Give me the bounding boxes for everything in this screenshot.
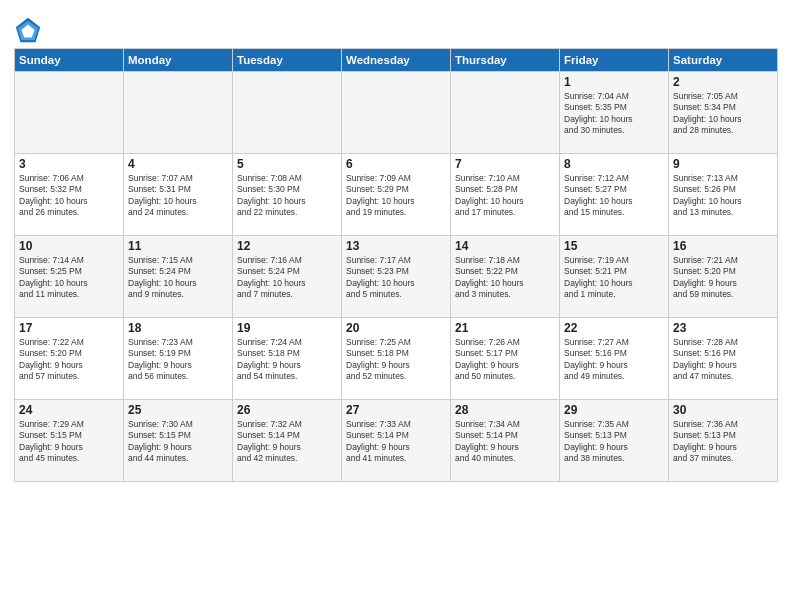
day-info: Sunrise: 7:36 AM Sunset: 5:13 PM Dayligh… xyxy=(673,419,773,465)
day-cell: 17Sunrise: 7:22 AM Sunset: 5:20 PM Dayli… xyxy=(15,318,124,400)
day-info: Sunrise: 7:18 AM Sunset: 5:22 PM Dayligh… xyxy=(455,255,555,301)
day-info: Sunrise: 7:05 AM Sunset: 5:34 PM Dayligh… xyxy=(673,91,773,137)
day-info: Sunrise: 7:32 AM Sunset: 5:14 PM Dayligh… xyxy=(237,419,337,465)
weekday-header-tuesday: Tuesday xyxy=(233,49,342,72)
day-cell xyxy=(451,72,560,154)
day-cell: 6Sunrise: 7:09 AM Sunset: 5:29 PM Daylig… xyxy=(342,154,451,236)
day-cell: 1Sunrise: 7:04 AM Sunset: 5:35 PM Daylig… xyxy=(560,72,669,154)
day-info: Sunrise: 7:09 AM Sunset: 5:29 PM Dayligh… xyxy=(346,173,446,219)
day-info: Sunrise: 7:10 AM Sunset: 5:28 PM Dayligh… xyxy=(455,173,555,219)
logo xyxy=(14,16,44,44)
week-row-4: 17Sunrise: 7:22 AM Sunset: 5:20 PM Dayli… xyxy=(15,318,778,400)
day-number: 20 xyxy=(346,321,446,335)
day-info: Sunrise: 7:23 AM Sunset: 5:19 PM Dayligh… xyxy=(128,337,228,383)
day-cell: 2Sunrise: 7:05 AM Sunset: 5:34 PM Daylig… xyxy=(669,72,778,154)
day-info: Sunrise: 7:17 AM Sunset: 5:23 PM Dayligh… xyxy=(346,255,446,301)
day-cell: 3Sunrise: 7:06 AM Sunset: 5:32 PM Daylig… xyxy=(15,154,124,236)
day-number: 18 xyxy=(128,321,228,335)
day-cell: 4Sunrise: 7:07 AM Sunset: 5:31 PM Daylig… xyxy=(124,154,233,236)
day-number: 21 xyxy=(455,321,555,335)
day-cell: 20Sunrise: 7:25 AM Sunset: 5:18 PM Dayli… xyxy=(342,318,451,400)
day-cell: 24Sunrise: 7:29 AM Sunset: 5:15 PM Dayli… xyxy=(15,400,124,482)
weekday-header-monday: Monday xyxy=(124,49,233,72)
day-number: 19 xyxy=(237,321,337,335)
day-info: Sunrise: 7:14 AM Sunset: 5:25 PM Dayligh… xyxy=(19,255,119,301)
day-number: 13 xyxy=(346,239,446,253)
day-cell: 23Sunrise: 7:28 AM Sunset: 5:16 PM Dayli… xyxy=(669,318,778,400)
day-number: 12 xyxy=(237,239,337,253)
day-info: Sunrise: 7:30 AM Sunset: 5:15 PM Dayligh… xyxy=(128,419,228,465)
day-number: 15 xyxy=(564,239,664,253)
day-cell: 28Sunrise: 7:34 AM Sunset: 5:14 PM Dayli… xyxy=(451,400,560,482)
day-number: 11 xyxy=(128,239,228,253)
weekday-header-friday: Friday xyxy=(560,49,669,72)
day-cell: 5Sunrise: 7:08 AM Sunset: 5:30 PM Daylig… xyxy=(233,154,342,236)
day-info: Sunrise: 7:21 AM Sunset: 5:20 PM Dayligh… xyxy=(673,255,773,301)
day-number: 17 xyxy=(19,321,119,335)
day-cell: 12Sunrise: 7:16 AM Sunset: 5:24 PM Dayli… xyxy=(233,236,342,318)
week-row-5: 24Sunrise: 7:29 AM Sunset: 5:15 PM Dayli… xyxy=(15,400,778,482)
day-number: 29 xyxy=(564,403,664,417)
day-cell: 11Sunrise: 7:15 AM Sunset: 5:24 PM Dayli… xyxy=(124,236,233,318)
week-row-3: 10Sunrise: 7:14 AM Sunset: 5:25 PM Dayli… xyxy=(15,236,778,318)
day-number: 8 xyxy=(564,157,664,171)
day-cell: 19Sunrise: 7:24 AM Sunset: 5:18 PM Dayli… xyxy=(233,318,342,400)
day-number: 27 xyxy=(346,403,446,417)
weekday-header-row: SundayMondayTuesdayWednesdayThursdayFrid… xyxy=(15,49,778,72)
day-info: Sunrise: 7:13 AM Sunset: 5:26 PM Dayligh… xyxy=(673,173,773,219)
day-info: Sunrise: 7:26 AM Sunset: 5:17 PM Dayligh… xyxy=(455,337,555,383)
day-number: 7 xyxy=(455,157,555,171)
day-info: Sunrise: 7:24 AM Sunset: 5:18 PM Dayligh… xyxy=(237,337,337,383)
day-info: Sunrise: 7:28 AM Sunset: 5:16 PM Dayligh… xyxy=(673,337,773,383)
day-cell xyxy=(233,72,342,154)
day-number: 1 xyxy=(564,75,664,89)
weekday-header-wednesday: Wednesday xyxy=(342,49,451,72)
day-number: 10 xyxy=(19,239,119,253)
day-info: Sunrise: 7:16 AM Sunset: 5:24 PM Dayligh… xyxy=(237,255,337,301)
day-info: Sunrise: 7:06 AM Sunset: 5:32 PM Dayligh… xyxy=(19,173,119,219)
weekday-header-saturday: Saturday xyxy=(669,49,778,72)
day-number: 24 xyxy=(19,403,119,417)
day-info: Sunrise: 7:12 AM Sunset: 5:27 PM Dayligh… xyxy=(564,173,664,219)
day-number: 6 xyxy=(346,157,446,171)
day-info: Sunrise: 7:33 AM Sunset: 5:14 PM Dayligh… xyxy=(346,419,446,465)
day-cell: 29Sunrise: 7:35 AM Sunset: 5:13 PM Dayli… xyxy=(560,400,669,482)
calendar-container: SundayMondayTuesdayWednesdayThursdayFrid… xyxy=(0,0,792,492)
weekday-header-thursday: Thursday xyxy=(451,49,560,72)
day-number: 2 xyxy=(673,75,773,89)
day-number: 22 xyxy=(564,321,664,335)
day-cell xyxy=(15,72,124,154)
day-info: Sunrise: 7:07 AM Sunset: 5:31 PM Dayligh… xyxy=(128,173,228,219)
day-cell: 16Sunrise: 7:21 AM Sunset: 5:20 PM Dayli… xyxy=(669,236,778,318)
day-cell: 18Sunrise: 7:23 AM Sunset: 5:19 PM Dayli… xyxy=(124,318,233,400)
day-number: 25 xyxy=(128,403,228,417)
day-number: 23 xyxy=(673,321,773,335)
day-info: Sunrise: 7:19 AM Sunset: 5:21 PM Dayligh… xyxy=(564,255,664,301)
day-info: Sunrise: 7:35 AM Sunset: 5:13 PM Dayligh… xyxy=(564,419,664,465)
day-info: Sunrise: 7:34 AM Sunset: 5:14 PM Dayligh… xyxy=(455,419,555,465)
day-cell: 26Sunrise: 7:32 AM Sunset: 5:14 PM Dayli… xyxy=(233,400,342,482)
header xyxy=(14,10,778,44)
day-cell: 30Sunrise: 7:36 AM Sunset: 5:13 PM Dayli… xyxy=(669,400,778,482)
week-row-1: 1Sunrise: 7:04 AM Sunset: 5:35 PM Daylig… xyxy=(15,72,778,154)
day-cell: 15Sunrise: 7:19 AM Sunset: 5:21 PM Dayli… xyxy=(560,236,669,318)
day-number: 26 xyxy=(237,403,337,417)
logo-icon xyxy=(14,16,42,44)
day-number: 3 xyxy=(19,157,119,171)
day-number: 28 xyxy=(455,403,555,417)
day-cell: 21Sunrise: 7:26 AM Sunset: 5:17 PM Dayli… xyxy=(451,318,560,400)
day-info: Sunrise: 7:22 AM Sunset: 5:20 PM Dayligh… xyxy=(19,337,119,383)
day-cell: 7Sunrise: 7:10 AM Sunset: 5:28 PM Daylig… xyxy=(451,154,560,236)
day-info: Sunrise: 7:27 AM Sunset: 5:16 PM Dayligh… xyxy=(564,337,664,383)
day-info: Sunrise: 7:25 AM Sunset: 5:18 PM Dayligh… xyxy=(346,337,446,383)
day-cell: 14Sunrise: 7:18 AM Sunset: 5:22 PM Dayli… xyxy=(451,236,560,318)
day-cell xyxy=(124,72,233,154)
day-number: 9 xyxy=(673,157,773,171)
week-row-2: 3Sunrise: 7:06 AM Sunset: 5:32 PM Daylig… xyxy=(15,154,778,236)
calendar-table: SundayMondayTuesdayWednesdayThursdayFrid… xyxy=(14,48,778,482)
day-info: Sunrise: 7:04 AM Sunset: 5:35 PM Dayligh… xyxy=(564,91,664,137)
day-cell: 27Sunrise: 7:33 AM Sunset: 5:14 PM Dayli… xyxy=(342,400,451,482)
day-info: Sunrise: 7:29 AM Sunset: 5:15 PM Dayligh… xyxy=(19,419,119,465)
day-info: Sunrise: 7:15 AM Sunset: 5:24 PM Dayligh… xyxy=(128,255,228,301)
day-cell: 9Sunrise: 7:13 AM Sunset: 5:26 PM Daylig… xyxy=(669,154,778,236)
